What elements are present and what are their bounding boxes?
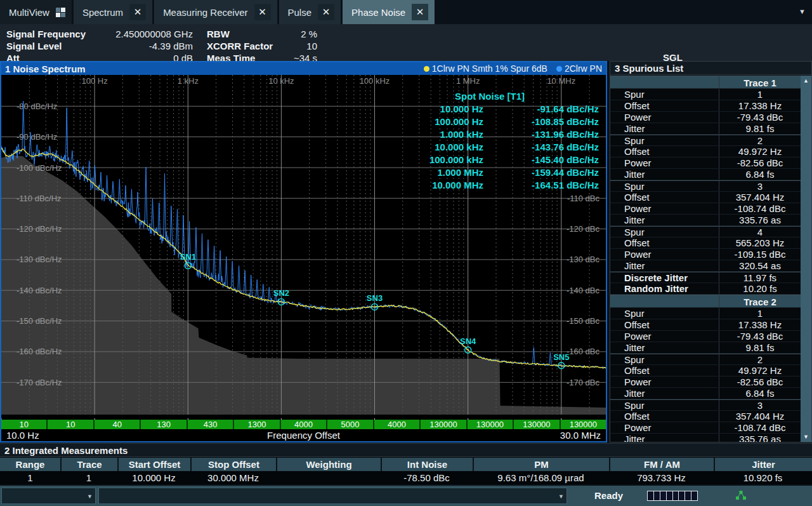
spurious-row-value: -79.43 dBc bbox=[719, 112, 801, 123]
tab-multiview[interactable]: MultiView bbox=[0, 0, 72, 24]
spurious-row-label: Jitter bbox=[610, 169, 719, 180]
jitter-summary-value: 10.20 fs bbox=[719, 283, 801, 294]
tab-phase-noise[interactable]: Phase Noise✕ bbox=[343, 0, 435, 24]
spurious-row: Jitter6.84 fs bbox=[610, 388, 801, 399]
sweep-segment-bar: 1010401304301300400050004000130000130000… bbox=[1, 420, 606, 429]
field-value: -4.39 dBm bbox=[149, 40, 193, 52]
spurious-row-label: Jitter bbox=[610, 260, 719, 271]
progress-segment bbox=[667, 491, 673, 500]
svg-text:-170 dBc/Hz: -170 dBc/Hz bbox=[16, 378, 62, 387]
trace-header-spacer bbox=[610, 295, 719, 307]
status-bar: ▼ ▼ Ready bbox=[0, 486, 812, 506]
trace-header-row: Trace 1 bbox=[610, 76, 801, 89]
spot-noise-frequency: 10.000 Hz bbox=[377, 103, 483, 116]
spurious-row-label: Spur bbox=[610, 181, 719, 191]
noise-spectrum-plot[interactable]: 100 Hz1 kHz10 kHz100 kHz1 MHz10 MHz-80 d… bbox=[1, 75, 606, 415]
spurious-row-label: Spur bbox=[610, 227, 719, 237]
spurious-row-label: Jitter bbox=[610, 342, 719, 353]
spurious-list-scrollbar[interactable]: ▲ ▼ bbox=[801, 76, 811, 442]
svg-text:-120 dBc: -120 dBc bbox=[566, 224, 600, 234]
spurious-row: Jitter6.84 fs bbox=[610, 169, 801, 180]
svg-text:SN5: SN5 bbox=[553, 352, 569, 362]
svg-text:-100 dBc/Hz: -100 dBc/Hz bbox=[16, 163, 62, 173]
svg-text:SN1: SN1 bbox=[180, 252, 196, 262]
jitter-summary-row: Discrete Jitter11.97 fs bbox=[610, 272, 801, 283]
spurious-row-label: Spur bbox=[610, 135, 719, 145]
sweep-segment: 130 bbox=[141, 420, 187, 429]
header-field-signal-frequency: Signal Frequency2.450000008 GHz bbox=[6, 28, 193, 40]
sweep-segment: 4000 bbox=[281, 420, 327, 429]
trace-1-dot-icon bbox=[424, 66, 429, 72]
jitter-summary-label: Discrete Jitter bbox=[610, 272, 719, 283]
spot-noise-rows: 10.000 Hz-91.64 dBc/Hz100.000 Hz-108.85 … bbox=[377, 103, 603, 192]
tab-spectrum[interactable]: Spectrum✕ bbox=[74, 0, 152, 24]
spot-noise-frequency: 100.000 kHz bbox=[377, 154, 483, 166]
spurious-row: Power-82.56 dBc bbox=[610, 376, 801, 388]
spot-noise-row: 10.000 kHz-143.76 dBc/Hz bbox=[377, 141, 603, 154]
tab-close-icon[interactable]: ✕ bbox=[254, 4, 271, 20]
spurious-row-value: -79.43 dBc bbox=[719, 331, 801, 342]
integrated-col-int-noise: Int Noise bbox=[381, 458, 473, 471]
spurious-row: Jitter320.54 as bbox=[610, 260, 801, 272]
integrated-measurements-title-bar[interactable]: 2 Integrated Measurements bbox=[0, 444, 812, 457]
spurious-row: Spur1 bbox=[610, 308, 801, 319]
scroll-down-icon[interactable]: ▼ bbox=[801, 432, 811, 442]
spurious-row-label: Spur bbox=[610, 308, 719, 319]
tab-pulse[interactable]: Pulse✕ bbox=[279, 0, 341, 24]
spot-noise-value: -145.40 dBc/Hz bbox=[483, 154, 603, 166]
spurious-row-label: Power bbox=[610, 157, 719, 168]
tab-overflow-chevron-down-icon[interactable]: ▼ bbox=[799, 8, 806, 15]
integrated-row: 1110.000 Hz30.000 MHz-78.50 dBc9.63 m°/1… bbox=[0, 471, 812, 484]
spurious-row-value: 2 bbox=[719, 354, 801, 364]
sweep-segment: 130000 bbox=[421, 420, 467, 429]
spurious-row: Power-79.43 dBc bbox=[610, 112, 801, 123]
spurious-row-value: 335.76 as bbox=[719, 434, 801, 443]
spot-noise-table: Spot Noise [T1] 10.000 Hz-91.64 dBc/Hz10… bbox=[377, 90, 603, 192]
network-status-icon bbox=[735, 489, 747, 504]
spurious-row-value: -108.74 dBc bbox=[719, 203, 801, 214]
integrated-col-stop-offset: Stop Offset bbox=[190, 458, 276, 471]
status-message-dropdown[interactable]: ▼ bbox=[98, 488, 567, 504]
integrated-measurements-window: 2 Integrated Measurements RangeTraceStar… bbox=[0, 443, 812, 484]
spot-noise-value: -143.76 dBc/Hz bbox=[483, 141, 603, 154]
spot-noise-frequency: 10.000 kHz bbox=[377, 141, 483, 154]
spurious-list-title-bar[interactable]: 3 Spurious List bbox=[610, 62, 811, 75]
tab-close-icon[interactable]: ✕ bbox=[129, 4, 146, 20]
svg-text:-160 dBc/Hz: -160 dBc/Hz bbox=[16, 347, 62, 356]
spurious-row-label: Offset bbox=[610, 319, 719, 330]
integrated-col-fm-am: FM / AM bbox=[609, 458, 714, 471]
svg-text:-110 dBc: -110 dBc bbox=[567, 194, 600, 203]
trace-2-dot-icon bbox=[556, 66, 562, 72]
integrated-cell: -78.50 dBc bbox=[381, 471, 473, 484]
spot-noise-value: -131.96 dBc/Hz bbox=[483, 128, 603, 141]
sweep-segment: 40 bbox=[95, 420, 141, 429]
spurious-row-value: 17.338 Hz bbox=[719, 319, 801, 330]
spurious-row-label: Jitter bbox=[610, 388, 719, 399]
status-dropdown-left[interactable]: ▼ bbox=[1, 488, 96, 504]
tab-close-icon[interactable]: ✕ bbox=[412, 4, 428, 20]
sweep-segment: 130000 bbox=[561, 420, 606, 429]
spot-noise-frequency: 1.000 MHz bbox=[377, 166, 483, 179]
spurious-row-label: Offset bbox=[610, 365, 719, 376]
spurious-row: Power-108.74 dBc bbox=[610, 422, 801, 434]
svg-text:100 kHz: 100 kHz bbox=[360, 76, 390, 86]
scroll-up-icon[interactable]: ▲ bbox=[801, 76, 811, 86]
spurious-row-label: Spur bbox=[610, 400, 719, 410]
tab-measuring-receiver[interactable]: Measuring Receiver✕ bbox=[154, 0, 277, 24]
measurement-header: Signal Frequency2.450000008 GHzSignal Le… bbox=[0, 24, 812, 61]
sweep-segment: 130000 bbox=[514, 420, 560, 429]
dropdown-caret-icon: ▼ bbox=[87, 493, 93, 500]
spurious-row: Jitter9.81 fs bbox=[610, 123, 801, 135]
tab-list: MultiViewSpectrum✕Measuring Receiver✕Pul… bbox=[0, 0, 436, 24]
legend-trace-2: 2Clrw PN bbox=[556, 63, 602, 74]
spurious-row-value: 6.84 fs bbox=[719, 169, 801, 180]
tab-close-icon[interactable]: ✕ bbox=[318, 4, 334, 20]
svg-text:1 MHz: 1 MHz bbox=[456, 76, 480, 86]
sweep-segment: 130000 bbox=[468, 420, 514, 429]
integrated-cell: 1 bbox=[60, 471, 117, 484]
integrated-col-trace: Trace bbox=[60, 458, 117, 471]
integrated-data-rows: 1110.000 Hz30.000 MHz-78.50 dBc9.63 m°/1… bbox=[0, 471, 812, 484]
svg-text:10 MHz: 10 MHz bbox=[547, 76, 575, 86]
spurious-row-label: Power bbox=[610, 203, 719, 214]
noise-spectrum-title-bar[interactable]: 1 Noise Spectrum 1Clrw PN Smth 1% Spur 6… bbox=[1, 62, 606, 75]
